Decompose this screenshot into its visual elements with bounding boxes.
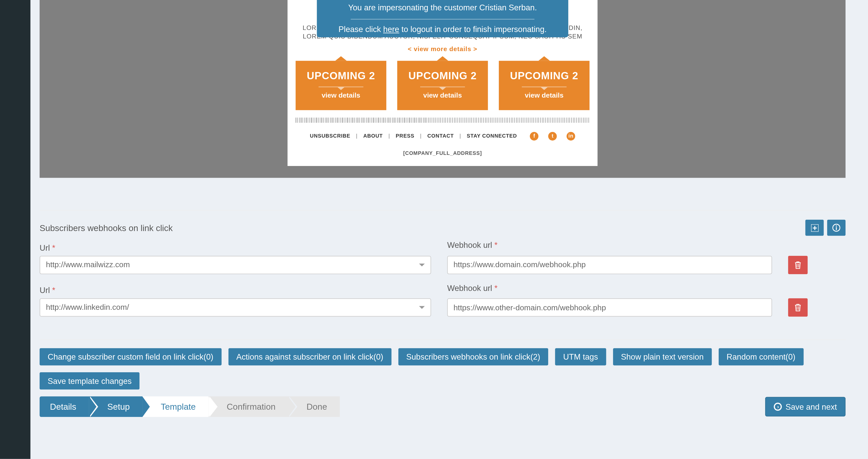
section-title: Subscribers webhooks on link click (39, 223, 173, 233)
main-content: You are impersonating the customer Crist… (39, 0, 845, 459)
svg-rect-3 (836, 227, 837, 230)
save-template-changes-button[interactable]: Save template changes (39, 372, 140, 390)
upcoming-card[interactable]: UPCOMING 2 view details (296, 61, 386, 110)
info-button[interactable] (827, 220, 845, 236)
url-select[interactable]: http://www.mailwizz.com (39, 256, 431, 274)
webhook-row: Url * http://www.linkedin.com/ Webhook u… (39, 283, 845, 317)
url-select[interactable]: http://www.linkedin.com/ (39, 298, 431, 317)
twitter-icon[interactable]: t (549, 132, 557, 140)
random-content-button[interactable]: Random content(0) (718, 348, 803, 365)
webhook-url-input[interactable] (447, 298, 772, 317)
save-and-next-button[interactable]: › Save and next (766, 397, 845, 417)
unsubscribe-link[interactable]: UNSUBSCRIBE (310, 133, 350, 139)
left-sidebar (0, 0, 30, 459)
about-link[interactable]: ABOUT (363, 133, 383, 139)
info-icon (832, 224, 840, 232)
wizard-row: Details Setup Template Confirmation Done… (39, 396, 845, 417)
divider-hatch (296, 118, 590, 123)
trash-icon (795, 261, 801, 269)
upcoming-cards: UPCOMING 2 view details UPCOMING 2 view … (296, 61, 590, 110)
logout-link[interactable]: here (383, 25, 399, 34)
template-preview-area: You are impersonating the customer Crist… (39, 0, 845, 178)
stay-connected: STAY CONNECTED (467, 133, 517, 139)
plus-icon (811, 224, 818, 232)
show-plain-text-button[interactable]: Show plain text version (613, 348, 712, 365)
impersonation-line1: You are impersonating the customer Crist… (348, 3, 537, 12)
impersonation-line2-prefix: Please click (338, 25, 383, 34)
email-footer-links: UNSUBSCRIBE | ABOUT | PRESS | CONTACT | … (287, 132, 597, 140)
url-label: Url * (39, 243, 431, 252)
wizard-step-confirmation[interactable]: Confirmation (208, 396, 288, 417)
actions-against-subscriber-button[interactable]: Actions against subscriber on link click… (228, 348, 392, 365)
linkedin-icon[interactable]: in (566, 132, 575, 140)
url-label: Url * (39, 286, 431, 295)
view-more-details[interactable]: < view more details > (299, 45, 586, 54)
utm-tags-button[interactable]: UTM tags (555, 348, 606, 365)
company-address-tag: [COMPANY_FULL_ADDRESS] (287, 150, 597, 156)
wizard-steps: Details Setup Template Confirmation Done (39, 396, 340, 417)
contact-link[interactable]: CONTACT (427, 133, 454, 139)
impersonation-banner: You are impersonating the customer Crist… (317, 0, 568, 37)
trash-icon (795, 303, 801, 312)
subscribers-webhooks-button[interactable]: Subscribers webhooks on link click(2) (398, 348, 548, 365)
upcoming-card[interactable]: UPCOMING 2 view details (397, 61, 488, 110)
change-custom-field-button[interactable]: Change subscriber custom field on link c… (39, 348, 221, 365)
chevron-down-icon (419, 263, 425, 266)
webhook-url-label: Webhook url * (447, 283, 772, 293)
delete-row-button[interactable] (788, 256, 808, 274)
delete-row-button[interactable] (788, 298, 808, 317)
action-buttons-row: Change subscriber custom field on link c… (39, 348, 845, 365)
wizard-step-details[interactable]: Details (39, 396, 89, 417)
wizard-step-template[interactable]: Template (142, 396, 208, 417)
arrow-right-icon: › (774, 403, 782, 411)
upcoming-card[interactable]: UPCOMING 2 view details (499, 61, 590, 110)
add-row-button[interactable] (805, 220, 824, 236)
section-header: Subscribers webhooks on link click (39, 220, 845, 236)
press-link[interactable]: PRESS (396, 133, 414, 139)
webhook-url-label: Webhook url * (447, 240, 772, 250)
impersonation-line2-suffix: to logout in order to finish impersonati… (399, 25, 547, 34)
facebook-icon[interactable]: f (530, 132, 538, 140)
webhook-url-input[interactable] (447, 256, 772, 274)
webhook-row: Url * http://www.mailwizz.com Webhook ur… (39, 240, 845, 274)
svg-point-2 (836, 225, 837, 226)
chevron-down-icon (419, 306, 425, 309)
